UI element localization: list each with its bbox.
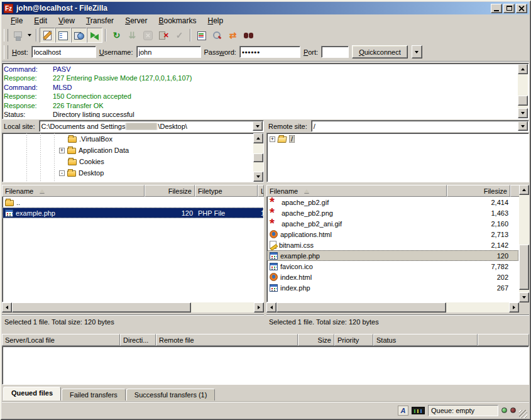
column-header-filetype[interactable]: Filetype <box>195 185 258 197</box>
file-row[interactable]: apache_pb2.png1,463 <box>267 207 518 218</box>
remote-file-list[interactable]: apache_pb2.gif2,414 apache_pb2.png1,463 … <box>266 197 519 302</box>
expand-icon[interactable]: + <box>270 136 275 142</box>
scroll-right-button[interactable] <box>254 302 264 312</box>
reconnect-button[interactable]: ✓ <box>172 28 187 43</box>
scrollbar-thumb[interactable] <box>253 153 263 162</box>
file-row-example-php[interactable]: example.php120 <box>267 250 518 261</box>
local-directory-tree[interactable]: .VirtualBox +Application Data Cookies -D… <box>2 133 264 182</box>
column-header-remote-file[interactable]: Remote file <box>156 334 298 346</box>
log-scrollbar[interactable] <box>518 64 528 118</box>
tab-successful-transfers[interactable]: Successful transfers (1) <box>126 389 216 401</box>
quickconnect-dropdown[interactable] <box>412 45 422 58</box>
cancel-operation-button[interactable]: ✕ <box>140 28 156 43</box>
file-row[interactable]: favicon.ico7,782 <box>267 261 518 272</box>
remote-list-scrollbar[interactable] <box>519 185 529 302</box>
scrollbar-thumb[interactable] <box>519 245 529 290</box>
column-header-filename[interactable]: Filename <box>266 185 447 197</box>
host-input[interactable] <box>31 46 96 58</box>
filter-button[interactable] <box>194 28 209 43</box>
titlebar[interactable]: Fz john@localhost - FileZilla <box>2 2 529 14</box>
file-row-example-php[interactable]: example.php 120 PHP File 1 <box>3 207 263 218</box>
site-manager-dropdown[interactable] <box>26 28 33 43</box>
scroll-down-button[interactable] <box>518 108 528 118</box>
tree-item-application-data[interactable]: +Application Data <box>3 145 263 156</box>
local-site-combo[interactable]: C:\Documents and Settings\Desktop\ <box>39 120 264 132</box>
collapse-icon[interactable]: - <box>59 170 65 176</box>
expand-icon[interactable]: + <box>59 148 65 153</box>
menu-help[interactable]: Help <box>202 15 229 26</box>
file-row[interactable]: apache_pb2.gif2,414 <box>267 197 518 207</box>
scroll-up-button[interactable] <box>253 133 263 143</box>
local-tree-scrollbar[interactable] <box>253 133 263 182</box>
tab-failed-transfers[interactable]: Failed transfers <box>62 389 126 401</box>
menu-server[interactable]: Server <box>119 15 153 26</box>
file-row[interactable]: apache_pb2_ani.gif2,160 <box>267 218 518 229</box>
file-row[interactable]: applications.html2,713 <box>267 229 518 240</box>
quickconnect-button[interactable]: Quickconnect <box>352 45 408 58</box>
scroll-up-button[interactable] <box>519 185 529 195</box>
scroll-down-button[interactable] <box>253 172 263 182</box>
username-input[interactable] <box>136 46 201 58</box>
minimize-button[interactable] <box>491 4 502 13</box>
quickconnect-grip[interactable] <box>4 45 8 59</box>
column-header-filesize[interactable]: Filesize <box>447 185 510 197</box>
tree-item-root[interactable]: + / <box>267 133 528 145</box>
remote-site-dropdown[interactable] <box>518 121 528 131</box>
menu-bookmarks[interactable]: Bookmarks <box>153 15 202 26</box>
site-manager-button[interactable] <box>10 28 26 43</box>
maximize-button[interactable] <box>503 4 515 13</box>
column-header-last-modified[interactable]: L <box>258 185 264 197</box>
column-header-priority[interactable]: Priority <box>334 334 373 346</box>
file-row-parent-dir[interactable]: .. <box>3 197 263 207</box>
remote-directory-tree[interactable]: + / <box>266 133 529 182</box>
tree-item-desktop[interactable]: -Desktop <box>3 167 263 179</box>
directory-comparison-button[interactable]: ⇄ <box>225 28 241 43</box>
refresh-button[interactable]: ↻ <box>109 28 124 43</box>
scroll-down-button[interactable] <box>519 292 529 302</box>
file-row[interactable]: index.html202 <box>267 272 518 282</box>
transfer-type-indicator-icon[interactable] <box>398 406 408 416</box>
menu-view[interactable]: View <box>53 15 80 26</box>
column-header-size[interactable]: Size <box>298 334 334 346</box>
queue-list[interactable] <box>2 346 529 385</box>
column-header-server-local-file[interactable]: Server/Local file <box>2 334 120 346</box>
menu-file[interactable]: File <box>5 15 28 26</box>
tree-item-cookies[interactable]: Cookies <box>3 156 263 167</box>
column-header-status[interactable]: Status <box>373 334 478 346</box>
local-site-dropdown[interactable] <box>253 121 263 131</box>
scroll-left-button[interactable] <box>266 302 276 312</box>
synchronized-browsing-button[interactable] <box>241 28 256 43</box>
toggle-queue-button[interactable] <box>87 28 102 43</box>
toggle-remote-tree-button[interactable] <box>71 28 87 43</box>
local-file-list[interactable]: .. example.php 120 PHP File 1 <box>2 197 264 302</box>
column-header-filesize[interactable]: Filesize <box>145 185 195 197</box>
menu-transfer[interactable]: Transfer <box>80 15 119 26</box>
file-row[interactable]: bitnami.css2,142 <box>267 240 518 250</box>
remote-horizontal-scrollbar[interactable] <box>266 302 519 312</box>
tab-queued-files[interactable]: Queued files <box>3 387 61 401</box>
column-header-filename[interactable]: Filename <box>2 185 145 197</box>
scrollbar-thumb[interactable] <box>12 302 191 312</box>
column-header-direction[interactable]: Directi... <box>120 334 156 346</box>
scrollbar-thumb[interactable] <box>276 302 446 312</box>
scroll-up-button[interactable] <box>518 64 528 74</box>
disconnect-button[interactable] <box>156 28 172 43</box>
file-search-button[interactable] <box>209 28 225 43</box>
resize-grip[interactable] <box>519 410 527 418</box>
scrollbar-thumb[interactable] <box>518 96 528 106</box>
port-input[interactable] <box>321 46 349 58</box>
scroll-right-button[interactable] <box>509 302 519 312</box>
file-row[interactable]: index.php267 <box>267 282 518 293</box>
speed-limit-indicator-icon[interactable] <box>412 407 425 414</box>
process-queue-button[interactable]: ⇊ <box>124 28 140 43</box>
menu-edit[interactable]: Edit <box>28 15 53 26</box>
remote-site-combo[interactable]: / <box>311 120 529 132</box>
toggle-local-tree-button[interactable] <box>55 28 71 43</box>
tree-item-virtualbox[interactable]: .VirtualBox <box>3 133 263 145</box>
toggle-message-log-button[interactable] <box>40 28 55 43</box>
password-input[interactable] <box>239 46 300 58</box>
scroll-left-button[interactable] <box>2 302 12 312</box>
close-button[interactable] <box>516 4 527 13</box>
toolbar-grip[interactable] <box>4 29 8 41</box>
local-horizontal-scrollbar[interactable] <box>2 302 264 312</box>
